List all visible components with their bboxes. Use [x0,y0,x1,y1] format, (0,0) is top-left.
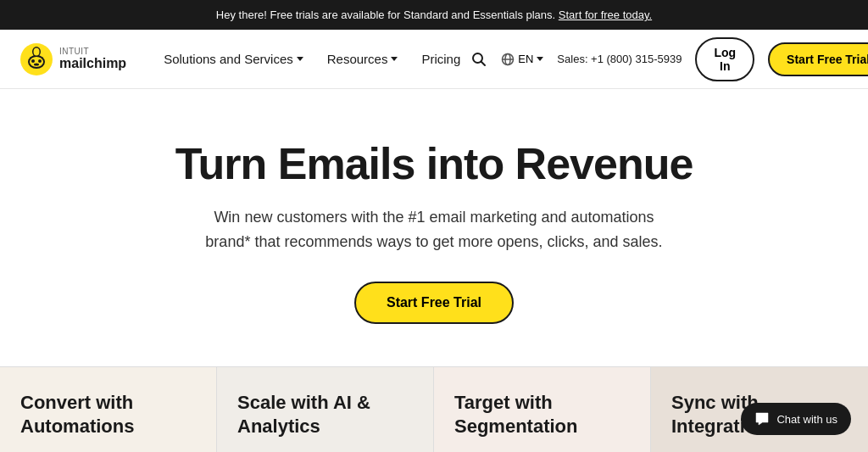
feature-title-segmentation: Target with Segmentation [454,391,630,439]
globe-icon [501,53,515,66]
svg-line-9 [481,61,486,65]
feature-title-ai: Scale with AI & Analytics [237,391,413,439]
chat-label: Chat with us [776,413,837,426]
hero-title: Turn Emails into Revenue [34,140,834,188]
chat-widget[interactable]: Chat with us [741,403,851,435]
svg-point-4 [38,59,42,63]
nav-links: Solutions and Services Resources Pricing [153,45,470,73]
lang-label: EN [518,53,533,65]
svg-point-6 [34,47,40,55]
intuit-label: INTUIT [59,47,126,56]
chevron-down-icon [537,57,543,61]
chevron-down-icon [297,57,303,61]
logo[interactable]: INTUIT mailchimp [20,43,126,75]
features-bar: Convert with Automations Scale with AI &… [0,366,868,452]
announcement-link[interactable]: Start for free today. [559,8,652,21]
main-nav: INTUIT mailchimp Solutions and Services … [0,30,868,89]
mailchimp-label: mailchimp [59,56,126,71]
svg-point-7 [34,63,39,65]
hero-section: Turn Emails into Revenue Win new custome… [0,89,868,366]
nav-trial-button[interactable]: Start Free Trial [768,42,868,76]
svg-point-3 [31,59,35,63]
chevron-down-icon [391,57,398,61]
feature-card-ai[interactable]: Scale with AI & Analytics [217,367,434,452]
feature-card-automations[interactable]: Convert with Automations [0,367,217,452]
hero-subtitle: Win new customers with the #1 email mark… [197,205,671,254]
search-icon[interactable] [470,51,487,68]
sales-number: Sales: +1 (800) 315-5939 [557,53,682,65]
nav-solutions[interactable]: Solutions and Services [153,45,314,73]
nav-resources[interactable]: Resources [317,45,409,73]
chat-icon [754,411,770,427]
announcement-bar: Hey there! Free trials are available for… [0,0,868,30]
feature-title-automations: Convert with Automations [20,391,196,439]
login-button[interactable]: Log In [695,37,754,81]
language-selector[interactable]: EN [501,53,543,66]
announcement-text: Hey there! Free trials are available for… [216,8,555,21]
mailchimp-logo-icon [20,43,53,75]
feature-card-segmentation[interactable]: Target with Segmentation [434,367,651,452]
nav-pricing[interactable]: Pricing [411,45,470,73]
hero-trial-button[interactable]: Start Free Trial [354,282,514,324]
nav-actions: EN Sales: +1 (800) 315-5939 Log In Start… [470,37,868,81]
